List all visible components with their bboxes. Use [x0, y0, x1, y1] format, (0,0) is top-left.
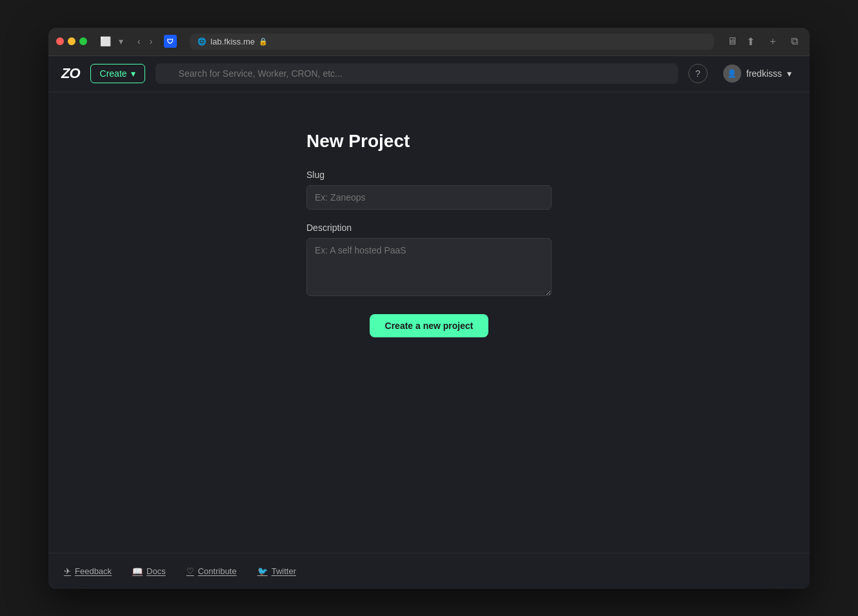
- forward-button[interactable]: ›: [146, 34, 157, 49]
- slug-group: Slug: [306, 170, 552, 210]
- main-content: New Project Slug Description Create a ne…: [48, 92, 810, 553]
- user-menu-button[interactable]: 👤 fredkisss ▾: [718, 62, 797, 85]
- titlebar-chevron-button[interactable]: ▾: [116, 34, 126, 49]
- traffic-lights: [56, 37, 87, 45]
- avatar: 👤: [723, 65, 741, 83]
- feedback-label: Feedback: [75, 566, 112, 576]
- form-title: New Project: [306, 131, 552, 152]
- book-icon: 📖: [132, 566, 143, 576]
- titlebar-actions: ⬆ ＋ ⧉: [743, 34, 802, 50]
- search-input[interactable]: [155, 63, 678, 84]
- contribute-link[interactable]: ♡ Contribute: [186, 566, 237, 576]
- description-label: Description: [306, 223, 552, 233]
- create-label: Create: [100, 68, 127, 79]
- titlebar-controls: ⬜ ▾: [97, 34, 126, 49]
- footer: ✈ Feedback 📖 Docs ♡ Contribute 🐦 Twitter: [48, 553, 810, 589]
- app: ZO Create ▾ 🔍 ? 👤 fredkisss ▾ New Projec…: [48, 56, 810, 589]
- titlebar-nav: ‹ ›: [134, 34, 156, 49]
- submit-label: Create a new project: [385, 321, 474, 331]
- submit-button[interactable]: Create a new project: [370, 314, 489, 337]
- close-button[interactable]: [56, 37, 64, 45]
- slug-input[interactable]: [306, 185, 552, 210]
- bitwarden-icon: 🛡: [164, 35, 177, 48]
- docs-link[interactable]: 📖 Docs: [132, 566, 166, 576]
- create-chevron-icon: ▾: [131, 68, 135, 79]
- twitter-icon: 🐦: [257, 566, 268, 576]
- help-button[interactable]: ?: [688, 64, 708, 83]
- secure-icon: 🔒: [259, 37, 268, 46]
- search-wrap: 🔍: [155, 63, 678, 84]
- slug-label: Slug: [306, 170, 552, 180]
- twitter-label: Twitter: [272, 566, 296, 576]
- browser-window: ⬜ ▾ ‹ › 🛡 🌐 lab.fkiss.me 🔒 🖥 ⬆ ＋ ⧉ ZO C: [48, 28, 810, 589]
- url-bar[interactable]: 🌐 lab.fkiss.me 🔒: [190, 34, 714, 50]
- contribute-label: Contribute: [198, 566, 237, 576]
- sidebar-toggle-button[interactable]: ⬜: [97, 34, 114, 49]
- user-chevron-icon: ▾: [787, 68, 792, 79]
- tabs-button[interactable]: ⧉: [787, 34, 802, 48]
- titlebar: ⬜ ▾ ‹ › 🛡 🌐 lab.fkiss.me 🔒 🖥 ⬆ ＋ ⧉: [48, 28, 810, 56]
- send-icon: ✈: [64, 566, 71, 576]
- username-label: fredkisss: [746, 68, 782, 79]
- create-button[interactable]: Create ▾: [90, 64, 145, 83]
- minimize-button[interactable]: [68, 37, 75, 45]
- help-label: ?: [695, 68, 701, 79]
- new-project-form: New Project Slug Description Create a ne…: [306, 131, 552, 337]
- feedback-link[interactable]: ✈ Feedback: [64, 566, 112, 576]
- logo: ZO: [61, 65, 80, 82]
- twitter-link[interactable]: 🐦 Twitter: [257, 566, 296, 576]
- back-button[interactable]: ‹: [134, 34, 145, 49]
- lock-icon: 🌐: [197, 37, 206, 46]
- url-text: lab.fkiss.me: [210, 37, 255, 46]
- description-group: Description: [306, 223, 552, 299]
- docs-label: Docs: [146, 566, 166, 576]
- share-button[interactable]: ⬆: [743, 34, 759, 49]
- screen-icon: 🖥: [727, 35, 737, 47]
- new-tab-button[interactable]: ＋: [764, 34, 782, 50]
- heart-icon: ♡: [186, 566, 194, 576]
- maximize-button[interactable]: [79, 37, 87, 45]
- description-textarea[interactable]: [306, 238, 552, 296]
- navbar: ZO Create ▾ 🔍 ? 👤 fredkisss ▾: [48, 56, 810, 92]
